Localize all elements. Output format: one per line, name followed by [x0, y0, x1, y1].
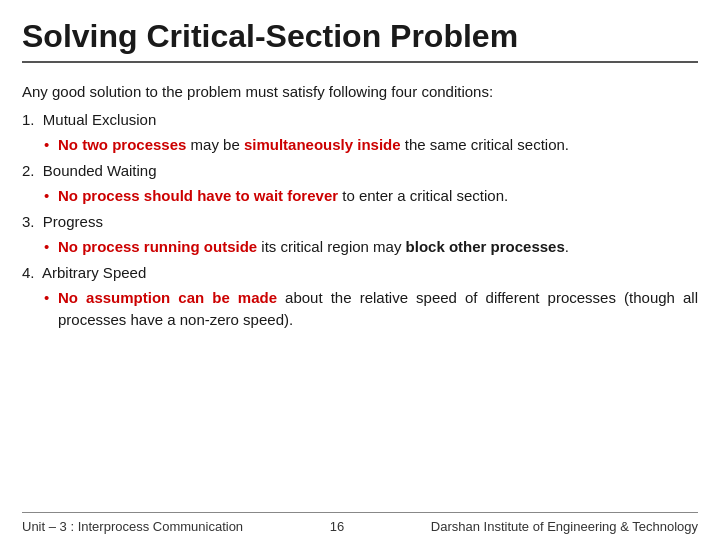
bullet-list-4: No assumption can be made about the rela…	[22, 287, 698, 332]
bullet-4-1: No assumption can be made about the rela…	[44, 287, 698, 332]
bold-text-3-1: block other processes	[406, 238, 565, 255]
red-text-4-1: No assumption can be made	[58, 289, 277, 306]
text-3-1b: .	[565, 238, 569, 255]
page-title: Solving Critical-Section Problem	[22, 18, 698, 63]
content-area: Any good solution to the problem must sa…	[22, 73, 698, 506]
intro-text: Any good solution to the problem must sa…	[22, 83, 493, 100]
red-text-3-1: No process running outside	[58, 238, 257, 255]
footer-center: 16	[330, 519, 344, 534]
footer-right: Darshan Institute of Engineering & Techn…	[431, 519, 698, 534]
bullet-3-1: No process running outside its critical …	[44, 236, 698, 259]
bullet-list-3: No process running outside its critical …	[22, 236, 698, 259]
bullet-2-1: No process should have to wait forever t…	[44, 185, 698, 208]
intro-paragraph: Any good solution to the problem must sa…	[22, 81, 698, 104]
red-text-1-1b: simultaneously inside	[244, 136, 401, 153]
list-item-3: 3. Progress No process running outside i…	[22, 211, 698, 258]
bullet-list-1: No two processes may be simultaneously i…	[22, 134, 698, 157]
page-wrapper: Solving Critical-Section Problem Any goo…	[0, 0, 720, 540]
red-text-1-1: No two processes	[58, 136, 186, 153]
footer-left: Unit – 3 : Interprocess Communication	[22, 519, 243, 534]
red-text-2-1: No process should have to wait forever	[58, 187, 338, 204]
bullet-1-1: No two processes may be simultaneously i…	[44, 134, 698, 157]
heading-1: 1. Mutual Exclusion	[22, 109, 698, 132]
bullet-list-2: No process should have to wait forever t…	[22, 185, 698, 208]
list-item-1: 1. Mutual Exclusion No two processes may…	[22, 109, 698, 156]
footer: Unit – 3 : Interprocess Communication 16…	[22, 512, 698, 540]
text-1-1b: the same critical section.	[405, 136, 569, 153]
text-2-1a: to enter a critical section.	[342, 187, 508, 204]
heading-4: 4. Arbitrary Speed	[22, 262, 698, 285]
text-1-1a: may be	[191, 136, 244, 153]
list-item-2: 2. Bounded Waiting No process should hav…	[22, 160, 698, 207]
list-item-4: 4. Arbitrary Speed No assumption can be …	[22, 262, 698, 332]
heading-2: 2. Bounded Waiting	[22, 160, 698, 183]
conditions-list: 1. Mutual Exclusion No two processes may…	[22, 109, 698, 332]
heading-3: 3. Progress	[22, 211, 698, 234]
text-3-1a: its critical region may	[261, 238, 405, 255]
